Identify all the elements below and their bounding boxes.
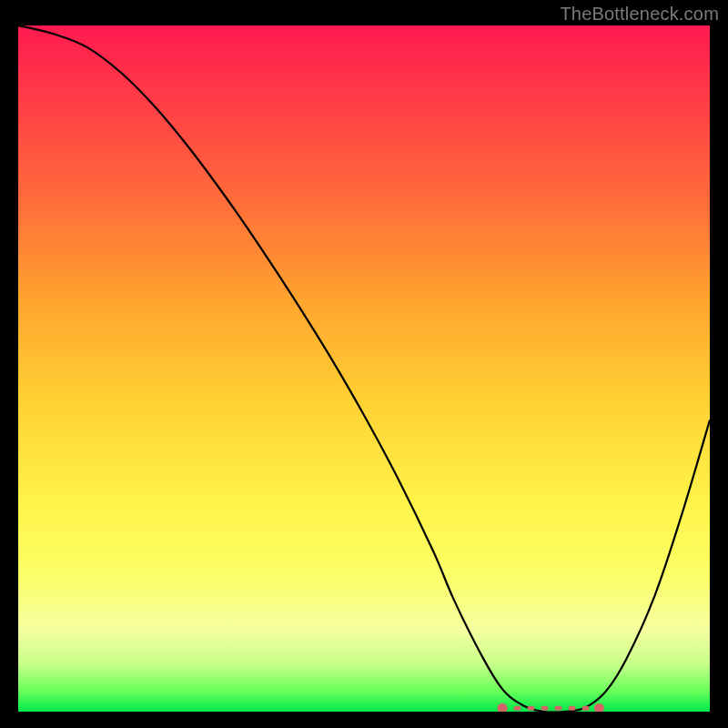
chart-container: TheBottleneck.com [0,0,728,728]
marker-end-dot-right [594,703,604,712]
plot-area [18,25,710,712]
curve-layer [18,25,710,712]
marker-end-dot-left [498,703,508,712]
bottleneck-curve-path [18,25,710,712]
watermark-text: TheBottleneck.com [560,4,719,25]
marker-group [498,703,604,712]
